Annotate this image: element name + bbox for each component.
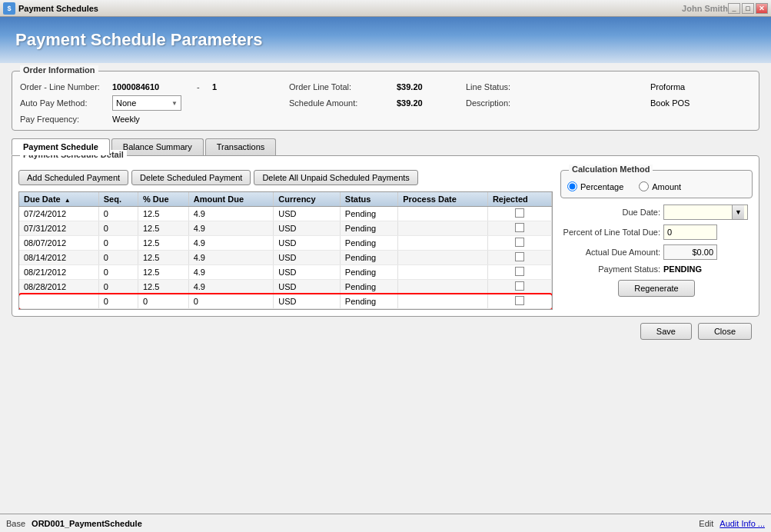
cell-due-date: 08/28/2012 <box>19 280 98 294</box>
col-amount-due: Amount Due <box>188 192 274 207</box>
cell-currency: USD <box>274 207 341 221</box>
pay-frequency-value: Weekly <box>112 115 289 124</box>
payment-status-value: PENDING <box>663 264 702 274</box>
calc-fields: Due Date: ▼ Percent of Line Total Due: A… <box>560 204 753 274</box>
base-label: Base <box>6 519 25 528</box>
rejected-checkbox[interactable] <box>515 252 524 261</box>
tab-payment-schedule[interactable]: Payment Schedule <box>12 138 110 155</box>
window-icon: $ <box>3 2 15 15</box>
page-title: Payment Schedule Parameters <box>15 30 263 50</box>
cell-due-date: 08/14/2012 <box>19 251 98 265</box>
cell-currency: USD <box>274 280 341 294</box>
percentage-option[interactable]: Percentage <box>567 181 623 191</box>
cell-pct-due: 12.5 <box>138 221 188 236</box>
col-process-date: Process Date <box>398 192 488 207</box>
dash: - <box>197 82 212 91</box>
rejected-checkbox[interactable] <box>515 223 524 232</box>
table-row[interactable]: 0 0 0 USD Pending <box>19 294 552 309</box>
cell-status: Pending <box>340 294 397 309</box>
dropdown-arrow-icon: ▼ <box>171 100 178 107</box>
calc-radios: Percentage Amount <box>567 181 746 191</box>
cell-rejected <box>487 221 551 236</box>
schedule-amount: $39.20 <box>397 98 466 108</box>
amount-option[interactable]: Amount <box>639 181 681 191</box>
save-button[interactable]: Save <box>640 323 692 340</box>
table-row[interactable]: 08/28/2012 0 12.5 4.9 USD Pending <box>19 280 552 294</box>
order-information-section: Order Information Order - Line Number: 1… <box>12 71 759 131</box>
regenerate-button[interactable]: Regenerate <box>618 280 695 297</box>
cell-rejected <box>487 207 551 221</box>
amount-radio[interactable] <box>639 181 649 191</box>
pct-line-total-input[interactable] <box>663 224 717 240</box>
percentage-radio[interactable] <box>567 181 577 191</box>
cell-currency: USD <box>274 294 341 309</box>
calc-method-box: Calculation Method Percentage Amount <box>560 170 753 198</box>
close-button-main[interactable]: Close <box>698 323 752 340</box>
window-title: Payment Schedules <box>18 4 674 13</box>
delete-all-unpaid-button[interactable]: Delete All Unpaid Scheduled Payments <box>254 170 417 185</box>
cell-rejected <box>487 294 551 309</box>
cell-seq: 0 <box>98 221 138 236</box>
table-row[interactable]: 08/14/2012 0 12.5 4.9 USD Pending <box>19 251 552 265</box>
add-scheduled-payment-button[interactable]: Add Scheduled Payment <box>18 170 128 185</box>
title-bar: $ Payment Schedules John Smith _ □ ✕ <box>0 0 771 17</box>
due-date-dropdown[interactable]: ▼ <box>663 204 748 220</box>
cell-process-date <box>398 280 488 294</box>
due-date-dropdown-btn[interactable]: ▼ <box>732 205 744 219</box>
col-rejected: Rejected <box>487 192 551 207</box>
due-date-row: Due Date: ▼ <box>560 204 753 220</box>
audit-info-link[interactable]: Audit Info ... <box>719 519 765 528</box>
table-row[interactable]: 08/21/2012 0 12.5 4.9 USD Pending <box>19 265 552 280</box>
cell-process-date <box>398 221 488 236</box>
cell-status: Pending <box>340 265 397 280</box>
close-button[interactable]: ✕ <box>756 3 768 14</box>
cell-amount-due: 4.9 <box>188 251 274 265</box>
rejected-checkbox[interactable] <box>515 208 524 218</box>
cell-due-date: 08/07/2012 <box>19 236 98 251</box>
form-name: ORD001_PaymentSchedule <box>32 519 142 528</box>
rejected-checkbox[interactable] <box>515 267 524 276</box>
payment-status-row: Payment Status: PENDING <box>560 264 753 274</box>
order-line-total-label: Order Line Total: <box>289 82 397 91</box>
rejected-checkbox[interactable] <box>515 281 524 291</box>
table-row[interactable]: 07/31/2012 0 12.5 4.9 USD Pending <box>19 221 552 236</box>
auto-pay-dropdown[interactable]: None ▼ <box>112 95 181 111</box>
table-row[interactable]: 07/24/2012 0 12.5 4.9 USD Pending <box>19 207 552 221</box>
rejected-checkbox[interactable] <box>515 296 524 305</box>
pay-frequency-label: Pay Frequency: <box>20 115 112 124</box>
cell-status: Pending <box>340 221 397 236</box>
order-line: 1 <box>212 82 289 91</box>
cell-seq: 0 <box>98 207 138 221</box>
col-pct-due: % Due <box>138 192 188 207</box>
minimize-button[interactable]: _ <box>728 3 740 14</box>
cell-status: Pending <box>340 280 397 294</box>
window-user: John Smith <box>682 4 728 13</box>
delete-scheduled-payment-button[interactable]: Delete Scheduled Payment <box>131 170 251 185</box>
cell-due-date: 07/24/2012 <box>19 207 98 221</box>
calculation-panel: Calculation Method Percentage Amount <box>560 170 753 310</box>
cell-currency: USD <box>274 221 341 236</box>
rejected-checkbox[interactable] <box>515 238 524 247</box>
maximize-button[interactable]: □ <box>742 3 754 14</box>
col-status: Status <box>340 192 397 207</box>
cell-process-date <box>398 294 488 309</box>
cell-currency: USD <box>274 236 341 251</box>
cell-amount-due: 4.9 <box>188 221 274 236</box>
schedule-table-wrapper: Due Date ▲ Seq. % Due Amou <box>18 191 553 310</box>
tab-transactions[interactable]: Transactions <box>205 138 277 155</box>
cell-process-date <box>398 251 488 265</box>
line-status-label: Line Status: <box>466 82 573 91</box>
actual-due-input <box>663 244 717 260</box>
cell-rejected <box>487 251 551 265</box>
cell-amount-due: 4.9 <box>188 280 274 294</box>
pct-line-total-label: Percent of Line Total Due: <box>560 228 660 237</box>
cell-pct-due: 0 <box>138 294 188 309</box>
cell-amount-due: 0 <box>188 294 274 309</box>
schedule-amount-label: Schedule Amount: <box>289 98 397 108</box>
edit-label: Edit <box>699 519 713 528</box>
cell-seq: 0 <box>98 251 138 265</box>
table-row[interactable]: 08/07/2012 0 12.5 4.9 USD Pending <box>19 236 552 251</box>
schedule-table: Due Date ▲ Seq. % Due Amou <box>19 192 552 309</box>
cell-due-date: 07/31/2012 <box>19 221 98 236</box>
cell-pct-due: 12.5 <box>138 207 188 221</box>
